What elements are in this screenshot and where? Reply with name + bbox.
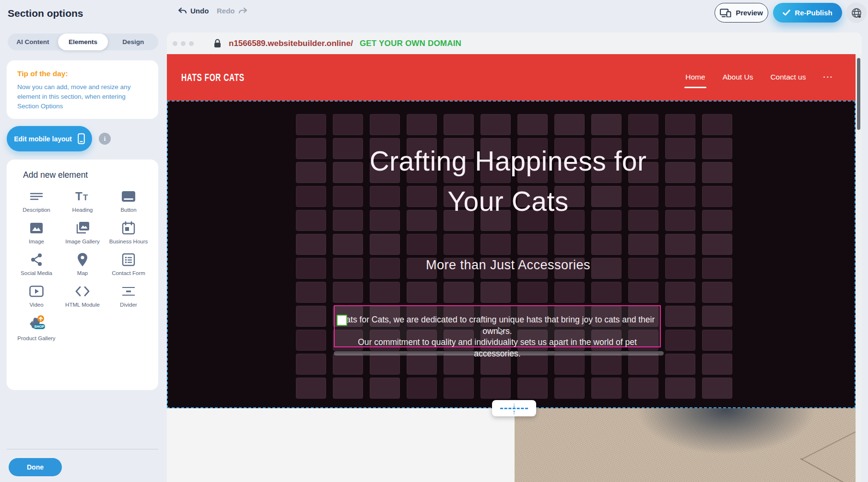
element-item-image-gallery[interactable]: Image Gallery (65, 219, 100, 245)
element-drag-handle[interactable] (337, 315, 347, 326)
element-item-product-gallery[interactable]: SHOP Product Gallery (17, 314, 55, 342)
browser-dot (189, 41, 194, 46)
element-label: Button (120, 207, 136, 213)
element-item-divider[interactable]: Divider (120, 283, 137, 308)
element-label: Video (29, 301, 43, 308)
hero-section-selected[interactable]: Crafting Happiness for Your Cats More th… (167, 101, 856, 408)
contact-form-icon (120, 251, 137, 268)
done-button[interactable]: Done (9, 458, 62, 476)
hero-tile (554, 378, 585, 399)
tip-card: Tip of the day: Now you can add, move an… (7, 60, 158, 119)
arrow-down-icon: ↓ (512, 402, 516, 408)
undo-icon (177, 7, 187, 15)
site-header: HATS FOR CATS Home About Us Contact us ·… (167, 54, 856, 101)
nav-item-home[interactable]: Home (685, 73, 705, 82)
tip-body: Now you can add, move and resize any ele… (17, 82, 142, 111)
republish-button[interactable]: Re-Publish (773, 3, 842, 23)
globe-icon (851, 7, 862, 19)
hero-tile (407, 282, 437, 303)
undo-button[interactable]: Undo (177, 7, 209, 15)
element-item-social-media[interactable]: Social Media (21, 251, 52, 276)
devices-icon (720, 9, 731, 17)
hero-tile (333, 234, 363, 255)
element-item-description[interactable]: Description (23, 188, 50, 213)
element-item-map[interactable]: Map (74, 251, 91, 276)
hero-tile (296, 282, 326, 303)
element-item-business-hours[interactable]: Business Hours (109, 219, 148, 245)
element-label: Map (77, 270, 88, 276)
map-icon (74, 251, 91, 268)
hero-tile (554, 234, 585, 255)
hero-tile (370, 114, 400, 135)
element-label: Description (23, 207, 50, 213)
element-label: Contact Form (112, 270, 145, 276)
element-item-image[interactable]: Image (28, 219, 45, 245)
hero-tile (628, 234, 658, 255)
video-icon (28, 283, 45, 300)
nav-item-about-us[interactable]: About Us (723, 73, 753, 82)
edit-mobile-layout-button[interactable]: Edit mobile layout (7, 126, 92, 151)
site-logo[interactable]: HATS FOR CATS (181, 71, 245, 84)
app-stage: Section options Undo Redo Preview Re-Pub… (0, 0, 868, 482)
phone-icon (78, 133, 85, 144)
element-item-contact-form[interactable]: Contact Form (112, 251, 145, 276)
element-item-html-module[interactable]: HTML Module (65, 283, 100, 308)
hero-tile (370, 378, 400, 399)
hero-tile (296, 330, 326, 351)
hero-tile (628, 114, 658, 135)
info-icon[interactable]: i (99, 133, 111, 145)
hero-tile (444, 114, 474, 135)
social-media-icon (28, 251, 45, 268)
scrollbar-track (856, 54, 862, 482)
hero-tile (333, 378, 363, 399)
hero-text-element-selected[interactable]: Hats for Cats, we are dedicated to craft… (334, 305, 661, 347)
nav-more-button[interactable]: ··· (823, 73, 834, 82)
tip-title: Tip of the day: (17, 69, 148, 78)
element-label: Product Gallery (17, 335, 55, 342)
hero-subheading[interactable]: More than Just Accessories (168, 258, 848, 273)
heading-icon: TT (74, 188, 91, 205)
element-label: Heading (72, 207, 93, 213)
hero-tile (517, 114, 548, 135)
url-bar[interactable]: n1566589.websitebuilder.online/ (229, 39, 353, 48)
scrollbar-thumb[interactable] (857, 58, 860, 130)
get-domain-link[interactable]: GET YOUR OWN DOMAIN (360, 39, 461, 48)
element-grid: Description TT Heading Button Image (13, 188, 152, 342)
element-label: Social Media (21, 270, 52, 276)
hero-tile (665, 378, 695, 399)
image-icon (28, 219, 45, 237)
nav-item-contact-us[interactable]: Contact us (770, 73, 806, 82)
language-globe-button[interactable] (846, 2, 867, 23)
tab-elements[interactable]: Elements (58, 34, 108, 50)
hero-tile (407, 234, 437, 255)
element-label: Image Gallery (65, 238, 100, 245)
hero-tile (591, 234, 622, 255)
hero-tile (591, 282, 622, 303)
hero-heading[interactable]: Crafting Happiness for Your Cats (168, 141, 848, 221)
mouse-cursor (498, 327, 504, 335)
sidebar-divider (7, 449, 158, 449)
hero-tile (407, 114, 437, 135)
hero-tile (517, 282, 548, 303)
site-viewport: HATS FOR CATS Home About Us Contact us ·… (167, 54, 856, 482)
next-section-background (167, 408, 515, 482)
redo-button[interactable]: Redo (217, 7, 248, 15)
element-label: Divider (120, 301, 137, 308)
tab-design[interactable]: Design (108, 34, 158, 50)
product-gallery-icon: SHOP (26, 314, 47, 333)
hero-tile (517, 378, 548, 399)
hero-tile (665, 114, 695, 135)
hero-body-line: Hats for Cats, we are dedicated to craft… (335, 314, 660, 337)
hero-body-line: Our commitment to quality and individual… (335, 337, 660, 359)
business-hours-icon (120, 219, 137, 237)
hero-tile (702, 378, 732, 399)
undo-label: Undo (190, 7, 209, 15)
section-resize-handle[interactable]: ↓ ↑ (492, 400, 536, 416)
element-item-video[interactable]: Video (28, 283, 45, 308)
tab-ai-content[interactable]: AI Content (8, 34, 58, 50)
element-item-button[interactable]: Button (120, 188, 137, 213)
hero-tile (333, 114, 363, 135)
preview-button[interactable]: Preview (715, 3, 768, 23)
element-item-heading[interactable]: TT Heading (72, 188, 93, 213)
hero-tile (370, 282, 400, 303)
